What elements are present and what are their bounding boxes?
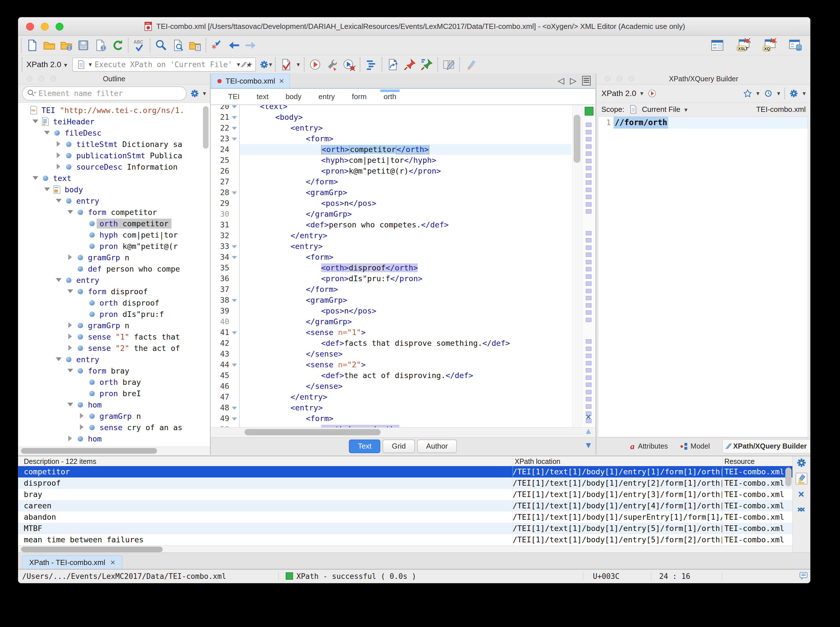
- resource-column-header[interactable]: Resource: [725, 457, 755, 466]
- outline-item-sense[interactable]: sense cry of an as: [18, 422, 210, 433]
- code-line-34[interactable]: 34<form>: [210, 252, 572, 263]
- builder-tab-model[interactable]: Model: [681, 442, 710, 450]
- code-line-45[interactable]: 45<def>the act of disproving.</def>: [210, 370, 572, 381]
- fold-toggle-icon[interactable]: [229, 133, 239, 144]
- breadcrumb-item-body[interactable]: body: [284, 89, 303, 104]
- search-icon[interactable]: [155, 39, 167, 52]
- outline-item-fileDesc[interactable]: fileDesc: [18, 127, 210, 139]
- configure-transformation-scenario-icon[interactable]: [325, 58, 339, 71]
- chevron-down-icon[interactable]: [684, 105, 687, 114]
- code-line-40[interactable]: 40</gramGrp>: [210, 316, 572, 327]
- description-column-header[interactable]: Description - 122 items: [24, 457, 96, 466]
- fold-toggle-icon[interactable]: [229, 295, 239, 306]
- open-folder-icon[interactable]: [43, 39, 56, 52]
- find-replace-in-files-icon[interactable]: [188, 39, 202, 52]
- outline-item-orth[interactable]: orth bray: [18, 377, 210, 388]
- save-as-url-icon[interactable]: [94, 39, 107, 52]
- element-name-filter-input[interactable]: Element name filter: [22, 87, 186, 101]
- outline-item-sense[interactable]: sense "1" facts that: [18, 331, 210, 342]
- code-line-30[interactable]: 30</gramGrp>: [210, 209, 572, 219]
- scope-value[interactable]: Current File: [642, 105, 681, 114]
- result-row-MTBF[interactable]: MTBF/TEI[1]/text[1]/body[1]/entry[5]/for…: [18, 523, 793, 534]
- editor-list-icon[interactable]: [582, 76, 591, 85]
- fold-toggle-icon[interactable]: [229, 327, 239, 338]
- minimize-window-button[interactable]: [41, 23, 49, 31]
- outline-vertical-scrollbar[interactable]: [203, 106, 208, 149]
- outline-item-pron[interactable]: pron breI: [18, 388, 210, 399]
- result-marker[interactable]: [586, 166, 592, 170]
- outline-item-sense[interactable]: sense "2" the act of: [18, 342, 210, 354]
- result-row-careen[interactable]: careen/TEI[1]/text[1]/body[1]/entry[4]/f…: [18, 500, 793, 512]
- chevron-down-icon[interactable]: [203, 90, 206, 97]
- result-marker[interactable]: [586, 397, 592, 401]
- result-marker[interactable]: [586, 274, 592, 279]
- code-line-33[interactable]: 33<entry>: [210, 241, 572, 252]
- previous-editor-icon[interactable]: [558, 76, 564, 85]
- results-horizontal-scrollbar[interactable]: [18, 545, 793, 553]
- result-marker[interactable]: [586, 303, 592, 307]
- result-marker[interactable]: [586, 361, 592, 365]
- close-window-button[interactable]: [26, 23, 34, 31]
- chevron-down-icon[interactable]: [802, 90, 806, 97]
- code-line-39[interactable]: 39<pos>n</pos>: [210, 306, 572, 316]
- chevron-down-icon[interactable]: [237, 61, 240, 68]
- result-marker[interactable]: [586, 354, 592, 358]
- result-marker[interactable]: [586, 405, 592, 409]
- code-line-38[interactable]: 38<gramGrp>: [210, 295, 572, 306]
- outline-item-body[interactable]: body: [18, 184, 210, 195]
- result-row-mean-time-between-failures[interactable]: mean time between failures/TEI[1]/text[1…: [18, 534, 793, 545]
- format-and-indent-icon[interactable]: [365, 58, 377, 71]
- result-marker[interactable]: [586, 282, 592, 286]
- result-marker[interactable]: [586, 390, 592, 394]
- reload-icon[interactable]: [111, 39, 124, 52]
- result-row-abandon[interactable]: abandon/TEI[1]/text[1]/body[1]/superEntr…: [18, 512, 793, 523]
- breadcrumb-item-orth[interactable]: orth: [382, 89, 398, 104]
- database-perspective-icon[interactable]: [788, 38, 803, 53]
- outline-item-def[interactable]: def person who compe: [18, 263, 210, 274]
- xpath-version-dropdown[interactable]: XPath 2.0: [22, 57, 69, 72]
- chevron-down-icon[interactable]: [297, 61, 300, 68]
- result-marker[interactable]: [586, 188, 592, 192]
- result-marker[interactable]: [586, 209, 592, 214]
- xpath-expression-editor[interactable]: 1 //form/orth: [598, 117, 808, 437]
- xpath-location-column-header[interactable]: XPath location: [515, 457, 560, 466]
- fold-toggle-icon[interactable]: [229, 413, 239, 424]
- result-marker[interactable]: [586, 375, 592, 380]
- code-line-21[interactable]: 21<body>: [210, 112, 572, 123]
- pin-red-icon[interactable]: [403, 58, 416, 71]
- code-line-49[interactable]: 49<form>: [210, 413, 572, 424]
- chevron-down-icon[interactable]: [89, 61, 92, 68]
- chevron-down-icon[interactable]: [756, 90, 759, 97]
- fold-toggle-icon[interactable]: [229, 123, 239, 133]
- xslt-debugger-perspective-icon[interactable]: XSLT: [736, 38, 751, 53]
- builder-tab-xpath-xquery-builder[interactable]: XPath/XQuery Builder: [722, 439, 810, 454]
- result-row-disproof[interactable]: disproof/TEI[1]/text[1]/body[1]/entry[2]…: [18, 477, 793, 489]
- result-marker[interactable]: [586, 123, 592, 127]
- breadcrumb-item-text[interactable]: text: [255, 89, 270, 104]
- breadcrumb-item-entry[interactable]: entry: [317, 89, 337, 104]
- format-painter-icon[interactable]: [464, 58, 477, 71]
- xpath-expression-combo[interactable]: Execute XPath on 'Current File': [72, 57, 256, 72]
- close-tab-icon[interactable]: [279, 77, 284, 85]
- builder-xpath-version[interactable]: XPath 2.0: [602, 89, 636, 98]
- result-marker[interactable]: [586, 130, 592, 134]
- code-line-36[interactable]: 36<pron>dIs"pru:f</pron>: [210, 273, 572, 284]
- outline-item-hom[interactable]: hom: [18, 433, 210, 444]
- code-line-37[interactable]: 37</form>: [210, 284, 572, 295]
- code-line-50[interactable]: 50<orth>bray</orth>: [210, 424, 572, 427]
- code-line-41[interactable]: 41<sense n="1">: [210, 327, 572, 338]
- result-marker[interactable]: [586, 195, 592, 199]
- outline-item-pron[interactable]: pron dIs"pru:f: [18, 309, 210, 320]
- outline-item-gramGrp[interactable]: gramGrp n: [18, 320, 210, 331]
- chevron-down-icon[interactable]: [640, 90, 643, 97]
- code-line-35[interactable]: 35<orth>disproof</orth>: [210, 263, 572, 273]
- result-marker[interactable]: [586, 145, 592, 149]
- xpath-expression-text[interactable]: //form/orth: [614, 117, 668, 129]
- chevron-down-icon[interactable]: [777, 90, 780, 97]
- code-line-47[interactable]: 47</entry>: [210, 392, 572, 402]
- history-clock-icon[interactable]: [764, 89, 773, 98]
- result-marker[interactable]: [586, 180, 592, 184]
- result-marker[interactable]: [586, 253, 592, 257]
- overview-ruler[interactable]: [582, 105, 595, 427]
- code-line-32[interactable]: 32</entry>: [210, 230, 572, 241]
